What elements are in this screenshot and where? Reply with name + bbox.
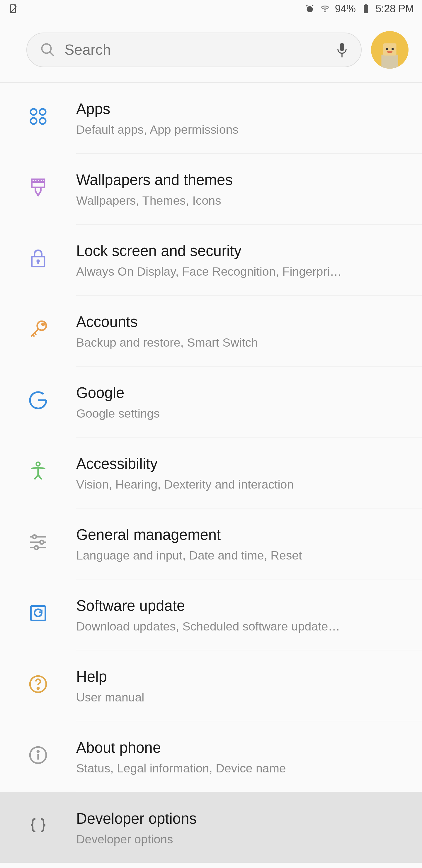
item-title: Accessibility bbox=[76, 455, 404, 472]
item-title: Apps bbox=[76, 100, 404, 118]
key-icon bbox=[0, 313, 76, 340]
item-subtitle: Default apps, App permissions bbox=[76, 123, 390, 137]
svg-point-17 bbox=[30, 118, 37, 124]
settings-item-apps[interactable]: Apps Default apps, App permissions bbox=[0, 83, 422, 154]
item-title: Lock screen and security bbox=[76, 242, 404, 259]
svg-point-31 bbox=[35, 546, 38, 549]
search-icon bbox=[40, 42, 56, 58]
item-subtitle: Google settings bbox=[76, 407, 390, 421]
item-title: Accounts bbox=[76, 313, 404, 331]
profile-avatar[interactable] bbox=[371, 31, 409, 69]
accessibility-icon bbox=[0, 455, 76, 482]
svg-rect-5 bbox=[365, 4, 367, 5]
item-subtitle: Vision, Hearing, Dexterity and interacti… bbox=[76, 478, 390, 492]
svg-point-12 bbox=[386, 48, 388, 50]
status-bar: 94% 5:28 PM bbox=[0, 0, 422, 18]
mic-icon[interactable] bbox=[336, 42, 348, 58]
item-title: Google bbox=[76, 384, 404, 401]
sim-status-icon bbox=[8, 3, 19, 14]
item-title: Software update bbox=[76, 597, 404, 614]
item-subtitle: Wallpapers, Themes, Icons bbox=[76, 194, 390, 208]
svg-point-34 bbox=[37, 687, 39, 689]
settings-item-general[interactable]: General management Language and input, D… bbox=[0, 508, 422, 580]
svg-point-14 bbox=[387, 51, 392, 53]
settings-item-google[interactable]: Google Google settings bbox=[0, 367, 422, 437]
settings-list: Apps Default apps, App permissions Wallp… bbox=[0, 83, 422, 863]
settings-item-wallpapers[interactable]: Wallpapers and themes Wallpapers, Themes… bbox=[0, 154, 422, 225]
item-title: About phone bbox=[76, 739, 404, 756]
svg-point-18 bbox=[39, 118, 46, 124]
svg-point-27 bbox=[33, 535, 36, 538]
svg-point-25 bbox=[36, 462, 40, 466]
search-header bbox=[0, 18, 422, 83]
settings-item-developer[interactable]: Developer options Developer options bbox=[0, 792, 422, 863]
svg-rect-4 bbox=[364, 5, 368, 13]
clock-time: 5:28 PM bbox=[376, 3, 414, 15]
svg-point-6 bbox=[42, 44, 51, 53]
item-subtitle: Language and input, Date and time, Reset bbox=[76, 549, 390, 562]
item-title: Wallpapers and themes bbox=[76, 171, 404, 189]
svg-point-16 bbox=[39, 109, 46, 115]
svg-point-24 bbox=[42, 323, 44, 325]
svg-point-29 bbox=[40, 540, 43, 544]
svg-point-36 bbox=[37, 751, 39, 752]
settings-item-accounts[interactable]: Accounts Backup and restore, Smart Switc… bbox=[0, 296, 422, 367]
svg-rect-32 bbox=[31, 606, 45, 620]
info-icon bbox=[0, 739, 76, 766]
brush-icon bbox=[0, 171, 76, 198]
battery-percent: 94% bbox=[335, 3, 356, 15]
svg-rect-8 bbox=[340, 43, 344, 51]
alarm-icon bbox=[304, 3, 315, 14]
item-subtitle: User manual bbox=[76, 690, 390, 704]
settings-item-accessibility[interactable]: Accessibility Vision, Hearing, Dexterity… bbox=[0, 437, 422, 508]
item-subtitle: Download updates, Scheduled software upd… bbox=[76, 620, 390, 633]
settings-item-help[interactable]: Help User manual bbox=[0, 650, 422, 721]
google-icon bbox=[0, 384, 76, 411]
apps-icon bbox=[0, 100, 76, 127]
item-subtitle: Status, Legal information, Device name bbox=[76, 762, 390, 775]
item-title: Developer options bbox=[76, 810, 404, 827]
item-subtitle: Backup and restore, Smart Switch bbox=[76, 336, 390, 349]
settings-item-swupdate[interactable]: Software update Download updates, Schedu… bbox=[0, 580, 422, 650]
svg-point-15 bbox=[30, 109, 37, 115]
battery-icon bbox=[360, 3, 371, 14]
svg-point-2 bbox=[306, 6, 313, 12]
help-icon bbox=[0, 668, 76, 695]
item-title: Help bbox=[76, 668, 404, 685]
wifi-icon bbox=[320, 3, 330, 14]
search-field[interactable] bbox=[26, 33, 362, 67]
item-title: General management bbox=[76, 526, 404, 544]
update-icon bbox=[0, 597, 76, 624]
search-input[interactable] bbox=[64, 41, 336, 58]
item-subtitle: Always On Display, Face Recognition, Fin… bbox=[76, 265, 390, 279]
svg-point-3 bbox=[324, 11, 326, 12]
settings-item-lockscreen[interactable]: Lock screen and security Always On Displ… bbox=[0, 225, 422, 296]
item-subtitle: Developer options bbox=[76, 833, 390, 846]
sliders-icon bbox=[0, 526, 76, 553]
svg-line-7 bbox=[50, 52, 54, 56]
settings-item-about[interactable]: About phone Status, Legal information, D… bbox=[0, 721, 422, 792]
braces-icon bbox=[0, 810, 76, 837]
svg-point-23 bbox=[37, 321, 46, 330]
svg-rect-10 bbox=[381, 55, 398, 69]
lock-icon bbox=[0, 242, 76, 269]
svg-point-13 bbox=[392, 48, 394, 50]
svg-rect-11 bbox=[383, 43, 396, 56]
